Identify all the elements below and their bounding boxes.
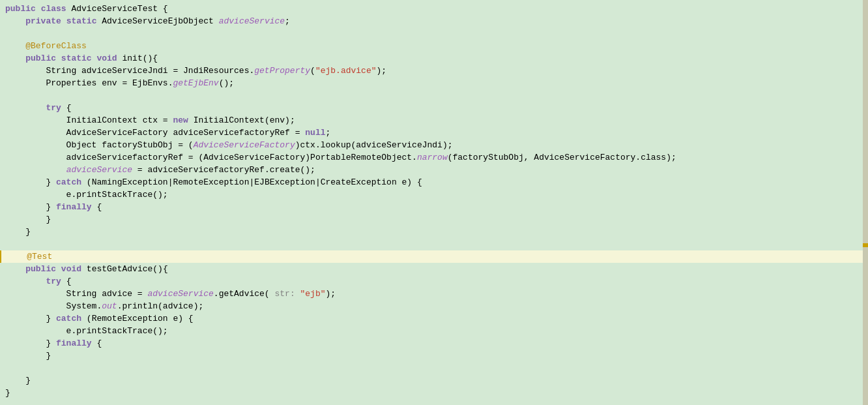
code-line (0, 238, 868, 250)
code-line: System.out.println(advice); (0, 300, 868, 312)
scrollbar-thumb[interactable] (863, 243, 868, 247)
code-line: @BeforeClass (0, 40, 868, 52)
code-line: } finally { (0, 201, 868, 213)
code-line: adviceServicefactoryRef = (AdviceService… (0, 151, 868, 164)
code-line: AdviceServiceFactory adviceServicefactor… (0, 127, 868, 139)
code-line: public void testGetAdvice(){ (0, 263, 868, 275)
code-line: InitialContext ctx = new InitialContext(… (0, 114, 868, 127)
code-line: } (0, 226, 868, 238)
scrollbar[interactable] (863, 0, 868, 405)
code-line: public static void init(){ (0, 52, 868, 65)
code-line: private static AdviceServiceEjbObject ad… (0, 15, 868, 27)
code-line: } (0, 213, 868, 226)
code-line: try { (0, 102, 868, 114)
code-line: } catch (RemoteException e) { (0, 312, 868, 325)
code-line (0, 27, 868, 40)
code-line: e.printStackTrace(); (0, 325, 868, 337)
code-line (0, 362, 868, 374)
code-line: Properties env = EjbEnvs.getEjbEnv(); (0, 77, 868, 89)
code-line-current: @Test (0, 250, 868, 263)
code-line (0, 89, 868, 102)
code-line: try { (0, 275, 868, 288)
code-line: String adviceServiceJndi = JndiResources… (0, 65, 868, 77)
code-line: Object factoryStubObj = (AdviceServiceFa… (0, 139, 868, 151)
code-line: } finally { (0, 337, 868, 350)
code-line: public class AdviceServiceTest { (0, 3, 868, 15)
code-line: } catch (NamingException|RemoteException… (0, 176, 868, 188)
code-line: } (0, 350, 868, 362)
code-editor: public class AdviceServiceTest { private… (0, 0, 868, 405)
code-line: e.printStackTrace(); (0, 188, 868, 201)
code-line: adviceService = adviceServicefactoryRef.… (0, 164, 868, 176)
code-line: } (0, 387, 868, 399)
code-line: String advice = adviceService.getAdvice(… (0, 288, 868, 300)
code-line: } (0, 374, 868, 387)
